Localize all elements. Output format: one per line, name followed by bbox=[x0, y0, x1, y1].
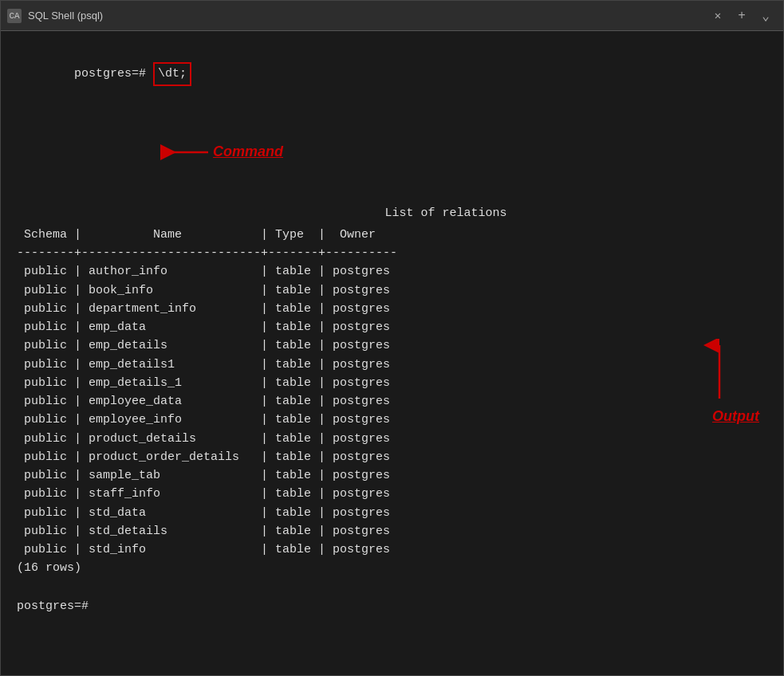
table-row: public | emp_details1 | table | postgres bbox=[17, 356, 767, 374]
command-annotation-inline: Command bbox=[76, 104, 283, 183]
table-row: public | staff_info | table | postgres bbox=[17, 485, 767, 503]
table-row: public | std_data | table | postgres bbox=[17, 504, 767, 522]
table-row: public | std_details | table | postgres bbox=[17, 522, 767, 540]
table-row: public | author_info | table | postgres bbox=[17, 262, 767, 281]
table-header: Schema | Name | Type | Owner bbox=[17, 226, 767, 244]
table-rows-container: public | author_info | table | postgres … bbox=[17, 262, 767, 559]
titlebar-title: SQL Shell (psql) bbox=[28, 10, 694, 22]
dropdown-button[interactable]: ⌄ bbox=[754, 7, 777, 25]
command-annotation-label: Command bbox=[213, 141, 283, 163]
content-wrapper: postgres=# \dt; Command bbox=[17, 44, 767, 615]
table-row: public | emp_data | table | postgres bbox=[17, 318, 767, 336]
table-row: public | sample_tab | table | postgres bbox=[17, 466, 767, 485]
table-row: public | emp_details_1 | table | postgre… bbox=[17, 374, 767, 392]
command-arrow-group: Command bbox=[154, 141, 283, 163]
table-row: public | book_info | table | postgres bbox=[17, 281, 767, 300]
prompt-text-1: postgres=# bbox=[74, 67, 153, 81]
table-row: public | emp_details | table | postgres bbox=[17, 336, 767, 355]
table-separator: --------+-------------------------+-----… bbox=[17, 244, 767, 262]
table-row: public | std_info | table | postgres bbox=[17, 540, 767, 559]
table-row: public | department_info | table | postg… bbox=[17, 300, 767, 318]
prompt-bottom: postgres=# bbox=[17, 597, 767, 615]
command-text: \dt; bbox=[153, 62, 191, 85]
terminal-content[interactable]: postgres=# \dt; Command bbox=[1, 31, 783, 675]
titlebar: CA SQL Shell (psql) ✕ + ⌄ bbox=[1, 1, 783, 31]
tab-area: ✕ + ⌄ bbox=[707, 7, 777, 25]
titlebar-icon: CA bbox=[7, 9, 22, 23]
table-row: public | employee_info | table | postgre… bbox=[17, 411, 767, 429]
table-row: public | product_details | table | postg… bbox=[17, 430, 767, 448]
section-title: List of relations bbox=[17, 204, 767, 222]
table-row: public | employee_data | table | postgre… bbox=[17, 392, 767, 411]
command-arrow-icon bbox=[154, 143, 210, 161]
window: CA SQL Shell (psql) ✕ + ⌄ postgres=# \dt… bbox=[0, 0, 784, 676]
titlebar-icon-text: CA bbox=[9, 11, 19, 21]
rows-count: (16 rows) bbox=[17, 559, 767, 577]
new-tab-button[interactable]: + bbox=[731, 7, 753, 25]
prompt-line-1: postgres=# \dt; Command bbox=[17, 44, 767, 201]
table-row: public | product_order_details | table |… bbox=[17, 448, 767, 466]
close-button[interactable]: ✕ bbox=[707, 7, 729, 25]
